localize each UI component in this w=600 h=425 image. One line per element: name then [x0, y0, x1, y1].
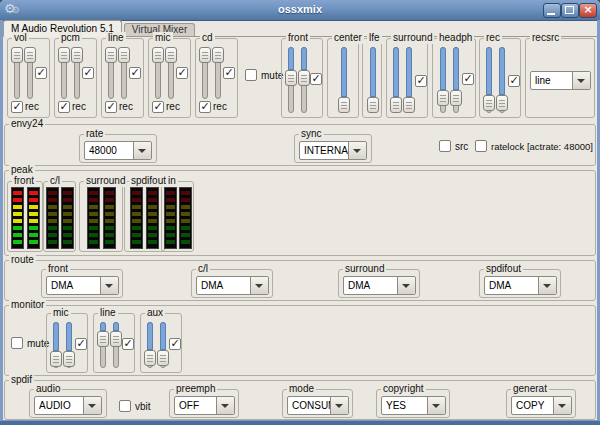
group-label: mic: [153, 32, 173, 44]
monitor-mic-slider-right[interactable]: [63, 322, 75, 368]
dropdown-button[interactable]: [553, 397, 571, 414]
copyright-select[interactable]: YES: [381, 396, 446, 415]
slider-handle[interactable]: [63, 351, 75, 367]
slider-handle[interactable]: [11, 47, 23, 63]
front-lock-checkbox[interactable]: ✓: [310, 73, 322, 85]
mic-slider-left[interactable]: [152, 47, 164, 99]
slider-handle[interactable]: [152, 47, 164, 63]
group-label: in: [166, 175, 178, 187]
line-lock-checkbox[interactable]: ✓: [129, 67, 141, 79]
slider-handle[interactable]: [483, 95, 495, 111]
rate-select[interactable]: 48000: [84, 141, 152, 160]
dropdown-button[interactable]: [133, 142, 151, 159]
cd-slider-left[interactable]: [199, 47, 211, 99]
cd-lock-checkbox[interactable]: ✓: [223, 67, 235, 79]
slider-handle[interactable]: [212, 47, 224, 63]
route-surround-select[interactable]: DMA: [343, 276, 416, 295]
spdif-audio-select[interactable]: AUDIO: [34, 396, 102, 415]
slider-handle[interactable]: [199, 47, 211, 63]
slider-handle[interactable]: [50, 351, 62, 367]
slider-handle[interactable]: [105, 47, 117, 63]
titlebar[interactable]: ⚙⚙ ossxmix ×: [0, 0, 600, 21]
slider-handle[interactable]: [298, 70, 310, 86]
row1-mute-checkbox[interactable]: [245, 69, 257, 81]
surround-slider-right[interactable]: [403, 47, 415, 113]
monitor-mic-lock-checkbox[interactable]: ✓: [75, 338, 87, 350]
dropdown-button[interactable]: [427, 397, 445, 414]
dropdown-button[interactable]: [538, 277, 556, 294]
rec-slider-left[interactable]: [483, 47, 495, 113]
slider-handle[interactable]: [165, 47, 177, 63]
center-slider[interactable]: [338, 47, 350, 113]
pcm-rec-checkbox[interactable]: ✓: [58, 101, 70, 113]
slider-handle[interactable]: [390, 97, 402, 113]
slider-handle[interactable]: [403, 97, 415, 113]
mic-rec-checkbox[interactable]: ✓: [152, 101, 164, 113]
vol-lock-checkbox[interactable]: ✓: [35, 67, 47, 79]
surround-slider-left[interactable]: [390, 47, 402, 113]
vbit-checkbox[interactable]: [119, 400, 131, 412]
line-rec-checkbox[interactable]: ✓: [105, 101, 117, 113]
pcm-slider-left[interactable]: [58, 47, 70, 99]
vol-rec-checkbox[interactable]: ✓: [11, 101, 23, 113]
slider-handle[interactable]: [367, 97, 379, 113]
monitor-line-lock-checkbox[interactable]: ✓: [122, 338, 134, 350]
sync-select[interactable]: INTERNAL: [299, 141, 367, 160]
src-checkbox[interactable]: [439, 140, 451, 152]
dropdown-button[interactable]: [397, 277, 415, 294]
lfe-slider[interactable]: [367, 47, 379, 113]
dropdown-button[interactable]: [100, 277, 118, 294]
recsrc-select[interactable]: line: [530, 71, 591, 90]
slider-handle[interactable]: [118, 47, 130, 63]
rec-lock-checkbox[interactable]: ✓: [508, 75, 520, 87]
cd-rec-checkbox[interactable]: ✓: [199, 101, 211, 113]
slider-handle[interactable]: [157, 350, 169, 366]
slider-handle[interactable]: [110, 331, 122, 347]
dropdown-button[interactable]: [83, 397, 101, 414]
monitor-aux-slider-right[interactable]: [157, 322, 169, 368]
slider-handle[interactable]: [496, 95, 508, 111]
dropdown-button[interactable]: [348, 142, 366, 159]
slider-handle[interactable]: [285, 70, 297, 86]
mode-select[interactable]: CONSUMER: [287, 396, 349, 415]
surround-lock-checkbox[interactable]: ✓: [415, 75, 427, 87]
dropdown-button[interactable]: [572, 72, 590, 89]
route-cl-select[interactable]: DMA: [196, 276, 269, 295]
slider-handle[interactable]: [450, 90, 462, 106]
line-slider-left[interactable]: [105, 47, 117, 99]
front-slider-right[interactable]: [298, 47, 310, 113]
slider-handle[interactable]: [24, 47, 36, 63]
slider-handle[interactable]: [97, 331, 109, 347]
slider-handle[interactable]: [338, 97, 350, 113]
dropdown-button[interactable]: [330, 397, 348, 414]
maximize-button[interactable]: [561, 3, 579, 18]
headph-slider-right[interactable]: [450, 47, 462, 113]
spdif-group-generat: generat COPY: [506, 389, 576, 418]
monitor-mic-slider-left[interactable]: [50, 322, 62, 368]
slider-handle[interactable]: [58, 47, 70, 63]
slider-handle[interactable]: [437, 90, 449, 106]
slider-handle[interactable]: [71, 47, 83, 63]
minimize-button[interactable]: [543, 3, 561, 18]
monitor-aux-slider-left[interactable]: [144, 322, 156, 368]
ratelock-checkbox[interactable]: [475, 140, 487, 152]
headph-slider-left[interactable]: [437, 47, 449, 113]
route-front-select[interactable]: DMA: [46, 276, 119, 295]
headph-lock-checkbox[interactable]: ✓: [462, 73, 474, 85]
monitor-line-slider-left[interactable]: [97, 322, 109, 368]
pcm-lock-checkbox[interactable]: ✓: [82, 67, 94, 79]
mic-lock-checkbox[interactable]: ✓: [176, 67, 188, 79]
rec-slider-right[interactable]: [496, 47, 508, 113]
dropdown-button[interactable]: [250, 277, 268, 294]
vol-slider-left[interactable]: [11, 47, 23, 99]
monitor-mute-checkbox[interactable]: [11, 337, 23, 349]
preemph-select[interactable]: OFF: [174, 396, 235, 415]
dropdown-button[interactable]: [216, 397, 234, 414]
close-button[interactable]: ×: [579, 3, 597, 18]
front-slider-left[interactable]: [285, 47, 297, 113]
monitor-aux-lock-checkbox[interactable]: ✓: [169, 338, 181, 350]
slider-handle[interactable]: [144, 350, 156, 366]
generat-select[interactable]: COPY: [511, 396, 572, 415]
monitor-line-slider-right[interactable]: [110, 322, 122, 368]
route-spdifout-select[interactable]: DMA: [484, 276, 557, 295]
